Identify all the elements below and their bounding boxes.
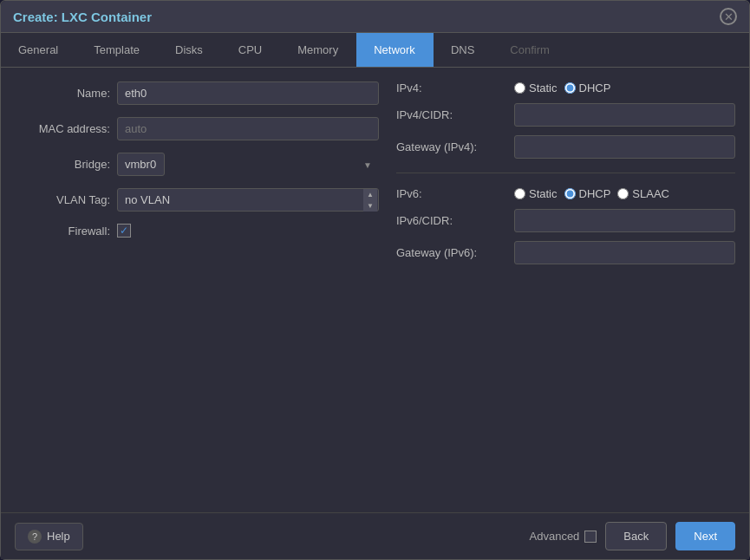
gateway-ipv4-row: Gateway (IPv4):	[396, 135, 735, 159]
mac-label: MAC address:	[15, 122, 110, 135]
name-input[interactable]	[117, 81, 379, 105]
firewall-label: Firewall:	[15, 225, 110, 238]
ipv6-slaac-label: SLAAC	[632, 187, 669, 200]
ipv4-label: IPv4:	[396, 81, 509, 94]
bridge-row: Bridge: vmbr0	[15, 153, 379, 176]
advanced-section: Advanced	[530, 530, 597, 543]
close-button[interactable]: ✕	[720, 8, 737, 25]
ipv6-cidr-label: IPv6/CIDR:	[396, 214, 509, 227]
footer: ? Help Advanced Back Next	[1, 512, 749, 559]
gateway-ipv4-input[interactable]	[514, 135, 735, 159]
footer-right: Advanced Back Next	[530, 522, 735, 550]
ipv4-dhcp-label: DHCP	[579, 81, 611, 94]
ipv6-dhcp-label: DHCP	[579, 187, 611, 200]
next-button[interactable]: Next	[675, 522, 735, 550]
bridge-label: Bridge:	[15, 158, 110, 171]
vlan-row: VLAN Tag: ▲ ▼	[15, 188, 379, 212]
gateway-ipv6-label: Gateway (IPv6):	[396, 246, 509, 259]
ipv4-dhcp-radio[interactable]	[564, 82, 576, 94]
ipv6-slaac-option[interactable]: SLAAC	[617, 187, 669, 200]
ipv6-row: IPv6: Static DHCP SLAAC	[396, 187, 735, 200]
vlan-spinner-wrapper: ▲ ▼	[117, 188, 379, 212]
back-button[interactable]: Back	[605, 522, 667, 550]
dialog-title: Create: LXC Container	[13, 10, 152, 24]
tab-general[interactable]: General	[1, 33, 76, 67]
ipv6-radio-group: Static DHCP SLAAC	[514, 187, 735, 200]
content-area: Name: MAC address: Bridge: vmbr0 VLAN Ta…	[1, 68, 749, 512]
tab-memory[interactable]: Memory	[280, 33, 356, 67]
ipv6-static-radio[interactable]	[514, 188, 525, 199]
lxc-container-dialog: Create: LXC Container ✕ General Template…	[0, 0, 750, 560]
advanced-checkbox[interactable]	[584, 531, 597, 543]
tab-confirm: Confirm	[492, 33, 568, 67]
ipv6-label: IPv6:	[396, 187, 509, 200]
ipv4-row: IPv4: Static DHCP	[396, 81, 735, 94]
bridge-select-wrapper: vmbr0	[117, 153, 379, 176]
left-panel: Name: MAC address: Bridge: vmbr0 VLAN Ta…	[15, 81, 379, 498]
ip-section-divider	[396, 173, 735, 173]
ipv6-cidr-input[interactable]	[514, 209, 735, 232]
help-label: Help	[47, 530, 70, 543]
tab-dns[interactable]: DNS	[434, 33, 492, 67]
tab-bar: General Template Disks CPU Memory Networ…	[1, 33, 749, 68]
tab-network[interactable]: Network	[356, 33, 434, 67]
right-panel: IPv4: Static DHCP IPv4/CIDR: Gate	[396, 81, 735, 498]
vlan-input[interactable]	[117, 188, 379, 212]
mac-input[interactable]	[117, 117, 379, 140]
ipv6-static-label: Static	[529, 187, 558, 200]
tab-template[interactable]: Template	[76, 33, 158, 67]
help-button[interactable]: ? Help	[15, 523, 83, 550]
name-label: Name:	[15, 87, 110, 100]
ipv4-dhcp-option[interactable]: DHCP	[564, 81, 611, 94]
ipv6-slaac-radio[interactable]	[617, 188, 629, 199]
mac-row: MAC address:	[15, 117, 379, 140]
vlan-spinner-arrows: ▲ ▼	[363, 188, 377, 212]
firewall-row: Firewall: ✓	[15, 224, 379, 238]
gateway-ipv6-input[interactable]	[514, 241, 735, 264]
ipv4-cidr-input[interactable]	[514, 103, 735, 127]
bridge-select[interactable]: vmbr0	[117, 153, 165, 176]
vlan-decrement-button[interactable]: ▼	[363, 200, 377, 212]
ipv4-cidr-label: IPv4/CIDR:	[396, 108, 509, 121]
ipv6-dhcp-radio[interactable]	[564, 188, 576, 199]
titlebar: Create: LXC Container ✕	[1, 1, 749, 33]
vlan-label: VLAN Tag:	[15, 193, 110, 206]
ipv4-static-radio[interactable]	[514, 82, 525, 94]
ipv6-cidr-row: IPv6/CIDR:	[396, 209, 735, 232]
ipv6-static-option[interactable]: Static	[514, 187, 558, 200]
ipv4-radio-group: Static DHCP	[514, 81, 735, 94]
ipv6-dhcp-option[interactable]: DHCP	[564, 187, 611, 200]
gateway-ipv4-label: Gateway (IPv4):	[396, 140, 509, 153]
vlan-increment-button[interactable]: ▲	[363, 189, 377, 200]
ipv4-static-label: Static	[529, 81, 558, 94]
tab-cpu[interactable]: CPU	[221, 33, 280, 67]
ipv4-static-option[interactable]: Static	[514, 81, 558, 94]
gateway-ipv6-row: Gateway (IPv6):	[396, 241, 735, 264]
help-icon: ?	[28, 530, 42, 544]
advanced-label: Advanced	[530, 530, 580, 543]
ipv4-cidr-row: IPv4/CIDR:	[396, 103, 735, 127]
name-row: Name:	[15, 81, 379, 105]
tab-disks[interactable]: Disks	[158, 33, 221, 67]
firewall-checkbox[interactable]: ✓	[117, 224, 131, 238]
